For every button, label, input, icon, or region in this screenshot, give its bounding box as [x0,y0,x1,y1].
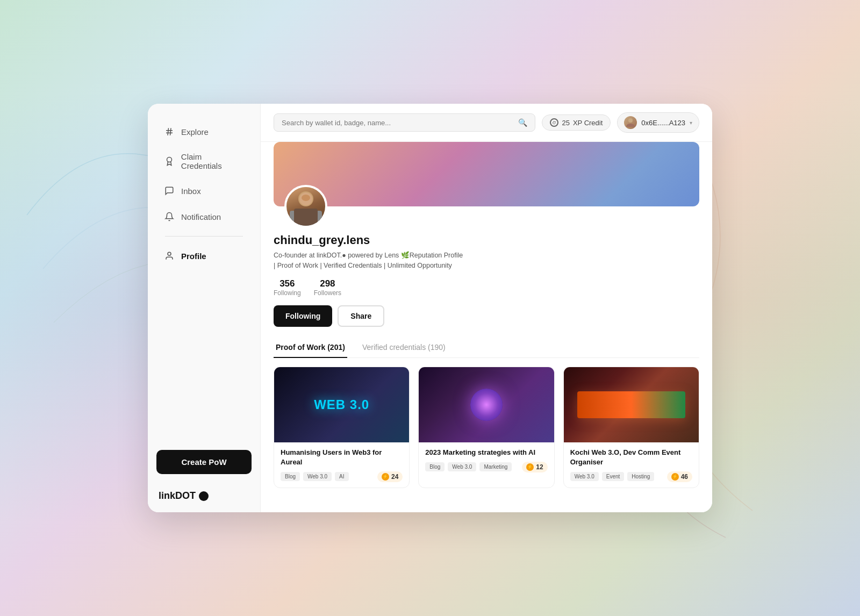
sidebar-item-inbox[interactable]: Inbox [156,179,252,203]
svg-rect-9 [294,209,318,226]
sidebar-item-label: Inbox [181,187,201,196]
tag-event-3: Event [602,472,625,481]
tag-hosting-3: Hosting [627,472,654,481]
card-web3[interactable]: WEB 3.0 Humanising Users in Web3 for Aur… [274,367,410,488]
card-title-2: 2023 Marketing strategies with AI [425,448,547,457]
main-content: 🔍 ⏱ 25 XP Credit 0x6E......A123 ▾ [261,104,712,512]
hash-icon [164,126,175,137]
sidebar-logo: linkDOT [148,479,260,502]
web3-label: WEB 3.0 [314,397,369,412]
cards-grid: WEB 3.0 Humanising Users in Web3 for Aur… [274,367,699,488]
card-body-1: Humanising Users in Web3 for Aureal Blog… [274,442,409,488]
followers-count: 298 [320,278,335,289]
profile-username: chindu_grey.lens [274,233,699,247]
following-count: 356 [280,278,295,289]
card-body-2: 2023 Marketing strategies with AI Blog W… [419,442,554,478]
search-bar[interactable]: 🔍 [274,113,535,132]
xp-label: XP Credit [573,119,603,127]
card-title-1: Humanising Users in Web3 for Aureal [281,448,403,467]
svg-point-11 [302,195,310,201]
following-button[interactable]: Following [274,305,332,327]
profile-actions: Following Share [274,305,699,327]
card-score-1: ⚡ 24 [377,471,403,482]
xp-badge: ⏱ 25 XP Credit [542,114,611,131]
profile-avatar [284,185,327,228]
person-icon [164,250,175,261]
logo-text: linkDOT [159,490,196,502]
card-event[interactable]: Kochi Web 3.O, Dev Comm Event Organiser … [563,367,699,488]
sidebar-item-label: Notification [181,212,221,221]
sidebar-item-label: Profile [181,252,206,261]
svg-point-5 [168,252,171,255]
following-stat: 356 Following [274,278,301,297]
tab-credentials[interactable]: Verified credentials (190) [360,338,448,358]
chevron-down-icon: ▾ [690,120,692,126]
score-value-1: 24 [391,473,398,481]
card-footer-1: Blog Web 3.0 AI ⚡ 24 [281,471,403,482]
wallet-address: 0x6E......A123 [641,119,685,127]
card-body-3: Kochi Web 3.O, Dev Comm Event Organiser … [564,442,699,488]
create-pow-button[interactable]: Create PoW [156,450,252,474]
profile-tabs: Proof of Work (201) Verified credentials… [274,338,699,358]
followers-label: Followers [314,289,341,297]
card-thumbnail-ai [419,367,554,442]
profile-stats: 356 Following 298 Followers [274,278,699,297]
sidebar-item-label: Explore [181,127,209,137]
tag-ai-1: AI [335,472,348,481]
sidebar-item-profile[interactable]: Profile [156,244,252,268]
event-visual [577,391,685,418]
tab-pow[interactable]: Proof of Work (201) [274,338,347,358]
card-footer-3: Web 3.0 Event Hosting ⚡ 46 [570,471,692,482]
sidebar-item-claim-credentials[interactable]: Claim Credentials [156,146,252,177]
sidebar-item-notification[interactable]: Notification [156,205,252,228]
wallet-button[interactable]: 0x6E......A123 ▾ [617,112,699,133]
sidebar: Explore Claim Credentials Inbox [148,104,261,512]
following-label: Following [274,289,301,297]
nav-divider [165,236,243,237]
tag-blog-1: Blog [281,472,300,481]
wallet-avatar [624,116,637,129]
xp-icon: ⏱ [550,118,558,127]
svg-point-4 [167,157,171,162]
profile-bio: Co-founder at linkDOT.● powered by Lens … [274,250,699,271]
card-title-3: Kochi Web 3.O, Dev Comm Event Organiser [570,448,692,467]
tag-marketing-2: Marketing [479,462,512,471]
card-score-2: ⚡ 12 [522,462,547,472]
followers-stat: 298 Followers [314,278,341,297]
tag-web3-2: Web 3.0 [448,462,476,471]
search-icon: 🔍 [518,118,527,127]
score-value-2: 12 [536,463,543,471]
badge-icon [164,156,175,167]
tag-blog-2: Blog [425,462,445,471]
ai-visual [470,389,503,421]
app-container: Explore Claim Credentials Inbox [148,104,712,512]
score-icon-2: ⚡ [526,463,534,471]
tag-web3-1: Web 3.0 [303,472,332,481]
bio-line1: Co-founder at linkDOT.● powered by Lens … [274,250,699,261]
bio-line2: | Proof of Work | Verified Credentials |… [274,261,699,271]
score-icon-3: ⚡ [671,473,679,481]
topbar: 🔍 ⏱ 25 XP Credit 0x6E......A123 ▾ [261,104,712,142]
card-score-3: ⚡ 46 [667,471,692,482]
card-ai[interactable]: 2023 Marketing strategies with AI Blog W… [418,367,554,488]
card-thumbnail-web3: WEB 3.0 [274,367,409,442]
sidebar-item-explore[interactable]: Explore [156,120,252,144]
sidebar-item-label: Claim Credentials [181,152,244,170]
xp-amount: 25 [562,119,569,127]
tag-web3-3: Web 3.0 [570,472,599,481]
bell-icon [164,211,175,222]
svg-point-6 [628,118,633,123]
svg-line-2 [168,128,169,135]
card-footer-2: Blog Web 3.0 Marketing ⚡ 12 [425,462,547,472]
profile-section: chindu_grey.lens Co-founder at linkDOT.●… [261,142,712,512]
chat-icon [164,185,175,196]
search-input[interactable] [282,119,514,127]
score-icon-1: ⚡ [382,473,389,481]
avatar-image [286,187,325,226]
score-value-3: 46 [681,473,688,481]
share-button[interactable]: Share [338,305,384,327]
svg-line-3 [170,128,171,135]
card-thumbnail-event [564,367,699,442]
nav-list: Explore Claim Credentials Inbox [148,120,260,445]
logo-dot-icon [199,491,209,501]
